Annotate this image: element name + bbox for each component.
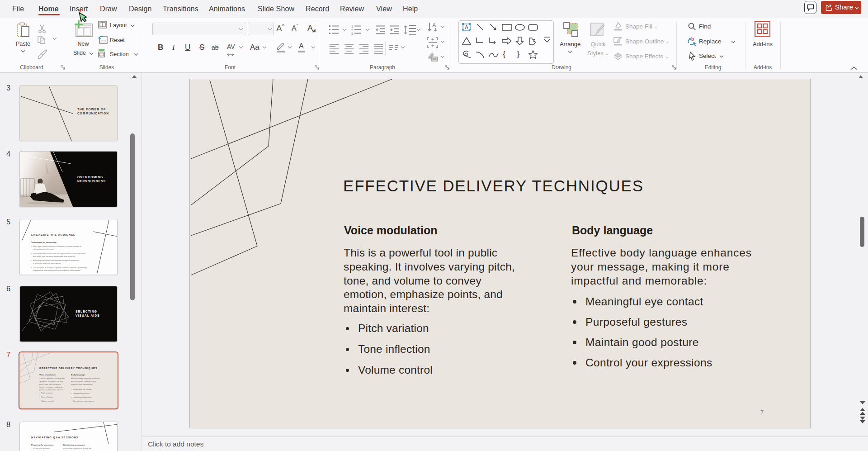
svg-text:3: 3 [351,32,353,35]
svg-text:2: 2 [351,28,353,32]
svg-text:1: 1 [351,25,353,28]
svg-text:c: c [694,42,697,47]
svg-text:A: A [432,22,436,28]
svg-text:b: b [691,37,694,42]
svg-text:A: A [465,24,468,31]
